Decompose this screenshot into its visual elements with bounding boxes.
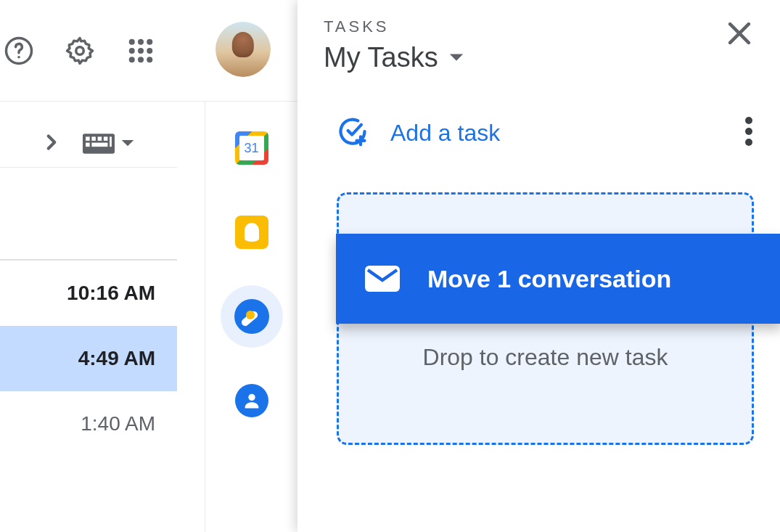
add-task-row: Add a task	[324, 115, 755, 150]
svg-point-23	[745, 139, 752, 146]
siderail-tasks[interactable]	[221, 285, 283, 348]
email-row[interactable]: 1:40 AM	[0, 391, 177, 457]
more-options-icon[interactable]	[745, 117, 752, 149]
add-task-button[interactable]: Add a task	[337, 115, 500, 150]
add-task-label: Add a task	[390, 120, 500, 147]
email-row[interactable]: 4:49 AM	[0, 326, 177, 391]
svg-point-6	[129, 47, 135, 53]
svg-point-3	[129, 38, 135, 44]
email-time: 4:49 AM	[78, 347, 155, 370]
list-spacer	[0, 168, 177, 261]
drag-label: Move 1 conversation	[427, 265, 671, 293]
top-bar	[0, 0, 297, 102]
svg-rect-15	[98, 136, 102, 141]
task-list-selector[interactable]: My Tasks	[324, 42, 464, 73]
email-row[interactable]: 10:16 AM	[0, 261, 177, 326]
email-list: 10:16 AM 4:49 AM 1:40 AM	[0, 167, 177, 457]
email-time: 1:40 AM	[81, 412, 155, 435]
caret-down-icon	[120, 136, 135, 151]
svg-point-9	[129, 57, 135, 62]
avatar[interactable]	[215, 22, 271, 77]
add-task-icon	[337, 115, 369, 150]
svg-point-4	[138, 38, 144, 44]
siderail-keep[interactable]	[234, 215, 269, 250]
svg-point-5	[147, 38, 152, 44]
svg-point-10	[138, 57, 144, 62]
svg-point-20	[248, 394, 255, 401]
keyboard-icon	[83, 133, 115, 155]
svg-point-21	[745, 117, 752, 124]
svg-point-11	[147, 57, 152, 62]
tasks-panel: TASKS My Tasks Add a task Move 1 convers…	[297, 0, 780, 532]
drag-card[interactable]: Move 1 conversation	[336, 234, 780, 324]
gear-icon[interactable]	[64, 35, 96, 67]
siderail-contacts[interactable]	[234, 383, 269, 418]
caret-down-icon	[448, 52, 464, 64]
help-icon[interactable]	[3, 35, 35, 67]
svg-point-7	[138, 47, 144, 53]
task-dropzone[interactable]: Move 1 conversation Drop to create new t…	[337, 192, 754, 445]
panel-header: TASKS My Tasks	[324, 17, 755, 73]
svg-rect-14	[91, 136, 96, 141]
chevron-right-icon[interactable]	[39, 130, 64, 157]
siderail-calendar[interactable]	[234, 131, 269, 165]
apps-grid-icon[interactable]	[125, 35, 157, 67]
mail-icon	[365, 264, 400, 293]
keep-icon	[235, 216, 268, 249]
panel-title: My Tasks	[324, 42, 438, 73]
svg-rect-18	[91, 143, 107, 147]
svg-point-1	[17, 56, 20, 59]
calendar-icon	[235, 131, 268, 165]
svg-point-22	[745, 128, 752, 135]
svg-point-2	[76, 46, 84, 54]
close-icon[interactable]	[723, 17, 755, 52]
secondary-toolbar	[0, 120, 205, 168]
svg-rect-13	[86, 136, 90, 141]
tasks-icon	[234, 299, 269, 334]
drop-hint: Drop to create new task	[339, 344, 752, 371]
svg-rect-17	[86, 143, 90, 147]
contacts-icon	[235, 384, 268, 417]
panel-eyebrow: TASKS	[324, 17, 464, 36]
svg-rect-16	[104, 136, 108, 141]
side-rail	[205, 102, 297, 532]
input-tools-button[interactable]	[83, 133, 135, 155]
svg-point-8	[147, 47, 152, 53]
svg-rect-19	[110, 136, 112, 147]
email-time: 10:16 AM	[67, 282, 155, 305]
